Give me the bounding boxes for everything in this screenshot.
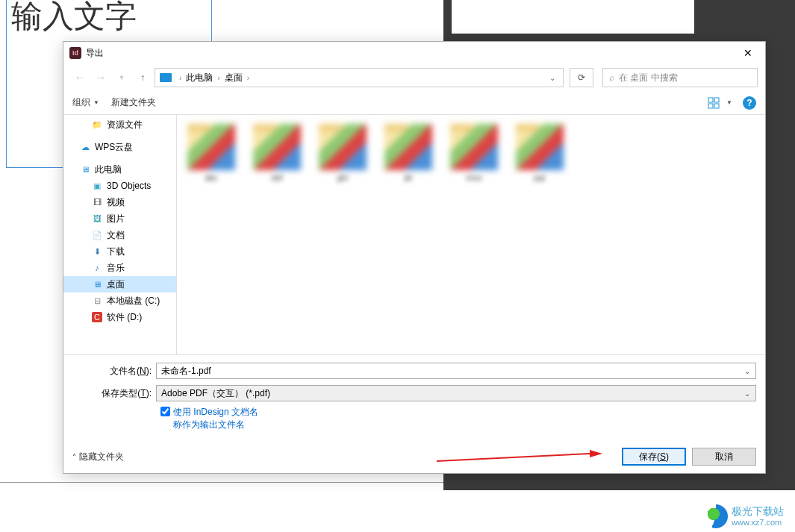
sidebar-label: 音乐 (107, 262, 125, 275)
search-input[interactable]: ⌕ 在 桌面 中搜索 (602, 68, 758, 87)
folder-item[interactable]: abc (186, 124, 237, 345)
folder-label: ghi (317, 173, 368, 194)
up-button[interactable]: ↑ (134, 69, 152, 87)
sidebar-item-resources[interactable]: 📁 资源文件 (63, 116, 176, 133)
chevron-right-icon: › (176, 74, 184, 82)
annotation-arrow (467, 455, 601, 458)
sidebar-label: 视频 (107, 196, 125, 209)
svg-rect-3 (714, 104, 719, 108)
sidebar-item-downloads[interactable]: ⬇ 下载 (63, 243, 176, 260)
titlebar: Id 导出 ✕ (63, 42, 765, 64)
folder-label: def (252, 173, 302, 194)
indesign-app-icon: Id (69, 47, 81, 59)
watermark-logo-icon (704, 504, 728, 528)
pc-icon: 🖥 (80, 164, 90, 175)
export-dialog: Id 导出 ✕ ← → ▼ ↑ › 此电脑 › 桌面 › ⌄ ⟳ ⌕ 在 桌面 … (63, 41, 766, 474)
folder-icon (384, 124, 432, 170)
filetype-combo[interactable]: Adobe PDF（交互） (*.pdf) ⌄ (156, 385, 756, 401)
hide-folders-toggle[interactable]: ˄ 隐藏文件夹 (72, 451, 124, 463)
view-thumbnails-button[interactable] (707, 96, 720, 110)
software-icon: C (92, 312, 102, 322)
sidebar-item-thispc[interactable]: 🖥 此电脑 (63, 161, 176, 178)
view-dropdown-icon[interactable]: ▼ (726, 99, 732, 106)
sidebar-item-video[interactable]: 🎞 视频 (63, 194, 176, 210)
folder-tree: 📁 资源文件 ☁ WPS云盘 🖥 此电脑 ▣ 3D Objects 🎞 视频 (63, 115, 177, 354)
close-icon: ✕ (743, 47, 752, 59)
bottom-white (0, 482, 443, 532)
desktop-icon: 🖥 (92, 279, 102, 290)
sidebar-label: 文档 (107, 229, 125, 242)
folder-icon (187, 124, 235, 170)
help-button[interactable]: ? (743, 96, 756, 110)
search-placeholder: 在 桌面 中搜索 (619, 72, 678, 84)
checkbox-label[interactable]: 使用 InDesign 文档名 称作为输出文件名 (173, 406, 258, 431)
folder-item[interactable]: def (252, 124, 302, 345)
address-dropdown-icon[interactable]: ⌄ (545, 74, 560, 82)
file-grid[interactable]: abc def ghi jkl mno pqr (177, 115, 765, 354)
use-indesign-name-checkbox[interactable] (160, 407, 170, 416)
sidebar-item-3dobjects[interactable]: ▣ 3D Objects (63, 178, 176, 194)
breadcrumb-desktop[interactable]: 桌面 (223, 69, 244, 87)
filename-input[interactable]: 未命名-1.pdf ⌄ (156, 363, 756, 379)
breadcrumb-pc[interactable]: 此电脑 (184, 69, 214, 87)
sidebar-item-wps[interactable]: ☁ WPS云盘 (63, 139, 176, 155)
svg-marker-5 (590, 450, 602, 457)
sidebar-item-local-c[interactable]: ⊟ 本地磁盘 (C:) (63, 292, 176, 309)
download-icon: ⬇ (92, 246, 102, 257)
chevron-down-icon[interactable]: ⌄ (742, 388, 752, 398)
sidebar-item-music[interactable]: ♪ 音乐 (63, 260, 176, 276)
folder-icon (319, 124, 367, 170)
disk-icon: ⊟ (92, 295, 102, 306)
watermark-url: www.xz7.com (732, 518, 784, 527)
cube-icon: ▣ (92, 181, 102, 191)
folder-icon (450, 124, 498, 170)
svg-rect-1 (714, 98, 719, 102)
sidebar-item-desktop[interactable]: 🖥 桌面 (63, 276, 176, 292)
chevron-up-icon: ˄ (72, 453, 76, 461)
picture-icon: 🖼 (92, 213, 102, 224)
filetype-value: Adobe PDF（交互） (*.pdf) (161, 387, 270, 400)
forward-button[interactable]: → (92, 69, 110, 87)
address-bar[interactable]: › 此电脑 › 桌面 › ⌄ (155, 68, 564, 87)
folder-item[interactable]: jkl (383, 124, 434, 345)
recent-dropdown-arrow[interactable]: ▼ (113, 69, 131, 87)
sidebar-item-documents[interactable]: 📄 文档 (63, 227, 176, 243)
video-icon: 🎞 (92, 197, 102, 207)
folder-item[interactable]: pqr (514, 124, 565, 345)
refresh-button[interactable]: ⟳ (570, 68, 593, 87)
cancel-label: 取消 (715, 451, 733, 463)
folder-icon (516, 124, 564, 170)
chevron-right-icon: › (244, 74, 252, 82)
sidebar-label: 桌面 (107, 278, 125, 291)
cloud-icon: ☁ (80, 142, 90, 152)
svg-rect-0 (708, 98, 713, 102)
back-button[interactable]: ← (71, 69, 89, 87)
sidebar-label: 下载 (107, 245, 125, 258)
close-button[interactable]: ✕ (731, 42, 765, 64)
new-folder-label: 新建文件夹 (111, 96, 156, 109)
nav-row: ← → ▼ ↑ › 此电脑 › 桌面 › ⌄ ⟳ ⌕ 在 桌面 中搜索 (63, 64, 765, 91)
folder-item[interactable]: mno (449, 124, 499, 345)
cancel-button[interactable]: 取消 (692, 448, 756, 466)
sidebar-label: 本地磁盘 (C:) (107, 295, 160, 307)
folder-label: jkl (383, 173, 434, 194)
refresh-icon: ⟳ (578, 72, 585, 83)
watermark: 极光下载站 www.xz7.com (704, 504, 784, 528)
folder-icon (253, 124, 301, 170)
new-folder-button[interactable]: 新建文件夹 (111, 96, 156, 109)
sidebar-label: 软件 (D:) (107, 311, 142, 324)
save-button[interactable]: 保存(S) (622, 448, 686, 466)
document-icon: 📄 (92, 230, 102, 240)
organize-menu[interactable]: 组织 ▼ (72, 96, 99, 109)
sidebar-item-pictures[interactable]: 🖼 图片 (63, 210, 176, 227)
folder-icon: 📁 (92, 119, 102, 130)
sidebar-item-soft-d[interactable]: C 软件 (D:) (63, 309, 176, 325)
svg-rect-2 (708, 104, 713, 108)
svg-line-4 (437, 454, 590, 461)
sidebar-label: 此电脑 (95, 163, 122, 176)
filename-label: 文件名(N): (72, 365, 156, 378)
folder-item[interactable]: ghi (317, 124, 368, 345)
sidebar-label: 资源文件 (107, 119, 143, 131)
chevron-down-icon[interactable]: ⌄ (742, 366, 752, 376)
hide-folders-label: 隐藏文件夹 (79, 451, 124, 463)
